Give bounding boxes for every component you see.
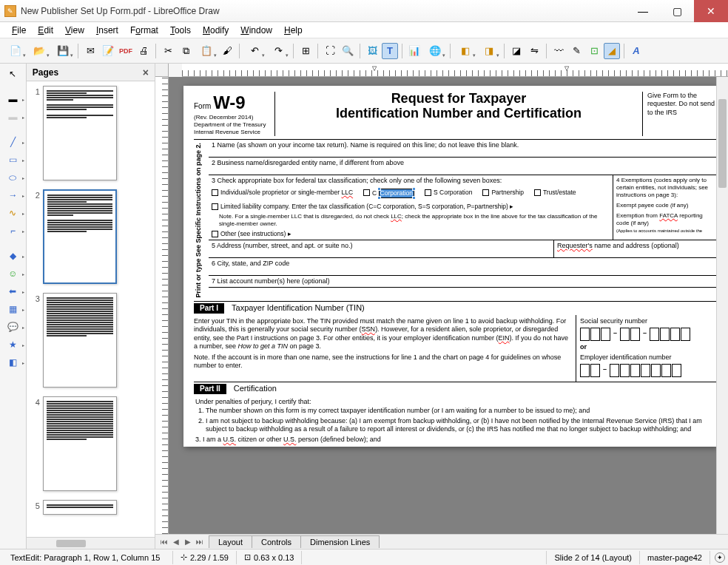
status-pos: ⊹2.29 / 1.59 xyxy=(173,551,237,564)
textbox-button[interactable]: T xyxy=(382,43,398,59)
align-button[interactable]: ◧ xyxy=(454,43,476,59)
status-slide: Slide 2 of 14 (Layout) xyxy=(547,551,640,564)
chk-trust[interactable]: Trust/estate xyxy=(534,189,576,197)
tab-layout[interactable]: Layout xyxy=(209,535,252,548)
field-address[interactable]: 5 Address (number, street, and apt. or s… xyxy=(209,240,553,258)
rect-tool[interactable]: ▭ xyxy=(4,152,21,167)
chk-c-corp[interactable]: C Corporation xyxy=(363,189,414,198)
paste-button[interactable]: 📋 xyxy=(195,43,218,59)
nav-first[interactable]: ⏮ xyxy=(158,538,170,546)
ruler-vertical[interactable] xyxy=(155,77,169,534)
page-thumb-2[interactable]: 2 xyxy=(31,189,150,284)
extrusion-button[interactable]: ◢ xyxy=(604,43,620,59)
print-button[interactable]: 🖨 xyxy=(135,43,152,59)
callout-tool[interactable]: 💬 xyxy=(4,319,21,334)
ruler-horizontal[interactable]: ▽▽ xyxy=(182,64,728,77)
chk-other[interactable]: Other (see instructions) ▸ xyxy=(212,230,291,238)
ellipse-tool[interactable]: ⬭ xyxy=(4,170,21,185)
page-thumb-5[interactable]: 5 xyxy=(31,500,150,515)
canvas-area: ▽▽ Form W-9 (Rev. December 2014) Departm… xyxy=(155,64,728,549)
undo-button[interactable]: ↶ xyxy=(243,43,266,59)
points-button[interactable]: ✎ xyxy=(568,43,584,59)
email-button[interactable]: ✉ xyxy=(82,43,98,59)
crop-button[interactable]: ⛶ xyxy=(322,43,338,59)
nav-prev[interactable]: ◀ xyxy=(170,538,182,546)
flowchart-tool[interactable]: ▦ xyxy=(4,302,21,317)
field-name[interactable]: 1 Name (as shown on your income tax retu… xyxy=(209,140,716,158)
shadow-button[interactable]: ◪ xyxy=(508,43,525,59)
connector-tool[interactable]: ⌐ xyxy=(4,223,21,238)
menu-window[interactable]: Window xyxy=(235,24,278,37)
pages-hscroll[interactable] xyxy=(27,537,155,549)
flip-button[interactable]: ⇋ xyxy=(526,43,542,59)
new-button[interactable]: 📄 xyxy=(4,43,27,59)
fill-color-tool[interactable]: ▬ xyxy=(4,109,21,124)
field-requester[interactable]: Requester's name and address (optional) xyxy=(553,240,716,258)
curve-button[interactable]: 〰 xyxy=(550,43,567,59)
line-color-tool[interactable]: ▬ xyxy=(4,92,21,106)
menu-file[interactable]: File xyxy=(6,24,32,37)
glue-button[interactable]: ⊡ xyxy=(586,43,602,59)
copy-button[interactable]: ⧉ xyxy=(178,43,194,59)
menu-format[interactable]: Format xyxy=(124,24,164,37)
select-tool[interactable]: ↖ xyxy=(4,67,21,81)
curve-tool[interactable]: ∿ xyxy=(4,206,21,220)
zoom-fit-button[interactable]: ✦ xyxy=(715,552,725,563)
pages-close-icon[interactable]: × xyxy=(143,67,149,78)
tab-controls[interactable]: Controls xyxy=(252,535,301,548)
3d-tool[interactable]: ◧ xyxy=(4,355,21,370)
page-thumb-4[interactable]: 4 xyxy=(31,396,150,491)
statusbar: TextEdit: Paragraph 1, Row 1, Column 15 … xyxy=(0,549,728,565)
document-page[interactable]: Form W-9 (Rev. December 2014) Department… xyxy=(183,86,716,447)
stars-tool[interactable]: ★ xyxy=(4,337,21,352)
menu-view[interactable]: View xyxy=(59,24,90,37)
menu-help[interactable]: Help xyxy=(278,24,309,37)
brush-button[interactable]: 🖌 xyxy=(219,43,235,59)
menu-insert[interactable]: Insert xyxy=(90,24,124,37)
tab-dimension[interactable]: Dimension Lines xyxy=(300,535,380,548)
selected-text[interactable]: Corporation xyxy=(379,189,414,198)
save-button[interactable]: 💾 xyxy=(52,43,74,59)
hyperlink-button[interactable]: 🌐 xyxy=(424,43,446,59)
block-arrows-tool[interactable]: ⬅ xyxy=(4,284,21,299)
field-business[interactable]: 2 Business name/disregarded entity name,… xyxy=(209,158,716,175)
document-view[interactable]: Form W-9 (Rev. December 2014) Department… xyxy=(169,77,716,534)
fontwork-button[interactable]: A xyxy=(628,43,644,59)
chk-individual[interactable]: Individual/sole proprietor or single-mem… xyxy=(212,189,353,197)
zoom-button[interactable]: 🔍 xyxy=(340,43,356,59)
page-thumb-3[interactable]: 3 xyxy=(31,293,150,388)
image-button[interactable]: 🖼 xyxy=(364,43,380,59)
ssn-input[interactable]: – – xyxy=(580,328,712,341)
nav-last[interactable]: ⏭ xyxy=(194,538,206,546)
arrange-button[interactable]: ◨ xyxy=(478,43,500,59)
line-tool[interactable]: ╱ xyxy=(4,135,21,149)
menu-edit[interactable]: Edit xyxy=(32,24,59,37)
chk-partnership[interactable]: Partnership xyxy=(482,189,523,197)
vertical-scrollbar[interactable] xyxy=(716,77,728,534)
page-thumb-1[interactable]: 1 xyxy=(31,86,150,180)
cut-button[interactable]: ✂ xyxy=(160,43,176,59)
pages-list[interactable]: 1 2 3 4 5 xyxy=(27,81,155,537)
basic-shapes-tool[interactable]: ◆ xyxy=(4,248,21,263)
pdf-button[interactable]: PDF xyxy=(118,43,134,59)
menu-tools[interactable]: Tools xyxy=(164,24,197,37)
redo-button[interactable]: ↷ xyxy=(267,43,289,59)
symbol-shapes-tool[interactable]: ☺ xyxy=(4,266,21,281)
maximize-button[interactable]: ▢ xyxy=(660,0,694,22)
chk-llc[interactable]: Limited liability company. Enter the tax… xyxy=(212,203,513,211)
tool-palette: ↖ ▬ ▬ ╱ ▭ ⬭ → ∿ ⌐ ◆ ☺ ⬅ ▦ 💬 ★ ◧ xyxy=(0,64,27,549)
nav-next[interactable]: ▶ xyxy=(182,538,194,546)
open-button[interactable]: 📂 xyxy=(28,43,50,59)
grid-button[interactable]: ⊞ xyxy=(297,43,314,59)
minimize-button[interactable]: — xyxy=(626,0,660,22)
arrow-tool[interactable]: → xyxy=(4,188,21,203)
field-accounts[interactable]: 7 List account number(s) here (optional) xyxy=(209,276,716,288)
menu-modify[interactable]: Modify xyxy=(197,24,235,37)
chart-button[interactable]: 📊 xyxy=(406,43,422,59)
ein-input[interactable]: – xyxy=(580,364,712,377)
titlebar: ✎ New Publisher Set Up Form.pdf - LibreO… xyxy=(0,0,728,22)
chk-s-corp[interactable]: S Corporation xyxy=(425,189,472,197)
field-city[interactable]: 6 City, state, and ZIP code xyxy=(209,258,716,276)
close-button[interactable]: ✕ xyxy=(694,0,728,22)
edit-button[interactable]: 📝 xyxy=(100,43,116,59)
